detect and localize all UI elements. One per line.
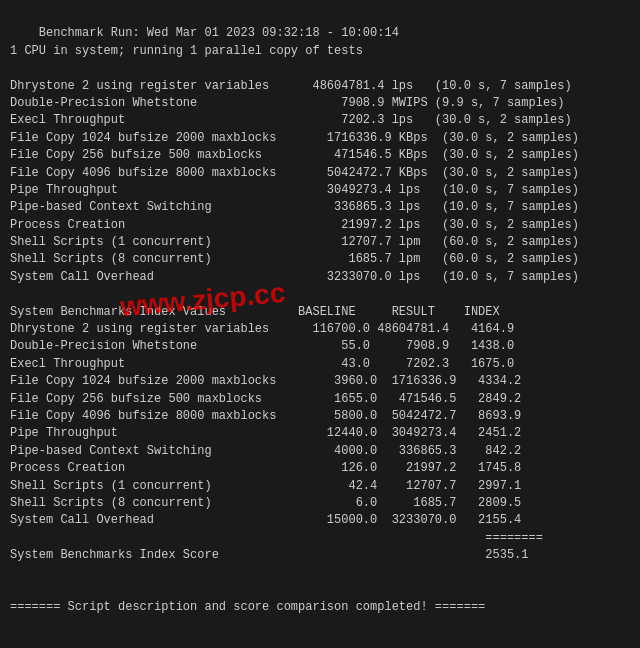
index-row-6: Pipe Throughput 12440.0 3049273.4 2451.2 xyxy=(10,426,521,440)
bench-row-5: File Copy 4096 bufsize 8000 maxblocks 50… xyxy=(10,166,579,180)
header-line2: 1 CPU in system; running 1 parallel copy… xyxy=(10,44,363,58)
bench-row-3: File Copy 1024 bufsize 2000 maxblocks 17… xyxy=(10,131,579,145)
bench-row-6: Pipe Throughput 3049273.4 lps (10.0 s, 7… xyxy=(10,183,579,197)
bench-row-7: Pipe-based Context Switching 336865.3 lp… xyxy=(10,200,579,214)
separator-line: ======== xyxy=(485,531,543,545)
header-line1: Benchmark Run: Wed Mar 01 2023 09:32:18 … xyxy=(39,26,399,40)
bench-row-10: Shell Scripts (8 concurrent) 1685.7 lpm … xyxy=(10,252,579,266)
bench-row-1: Double-Precision Whetstone 7908.9 MWIPS … xyxy=(10,96,565,110)
index-row-2: Execl Throughput 43.0 7202.3 1675.0 xyxy=(10,357,514,371)
index-row-8: Process Creation 126.0 21997.2 1745.8 xyxy=(10,461,521,475)
bench-row-9: Shell Scripts (1 concurrent) 12707.7 lpm… xyxy=(10,235,579,249)
index-row-9: Shell Scripts (1 concurrent) 42.4 12707.… xyxy=(10,479,521,493)
terminal-content: Benchmark Run: Wed Mar 01 2023 09:32:18 … xyxy=(10,8,630,634)
bench-row-4: File Copy 256 bufsize 500 maxblocks 4715… xyxy=(10,148,579,162)
terminal-window: www.zjcp.cc Benchmark Run: Wed Mar 01 20… xyxy=(10,8,630,634)
index-row-11: System Call Overhead 15000.0 3233070.0 2… xyxy=(10,513,521,527)
bench-row-0: Dhrystone 2 using register variables 486… xyxy=(10,79,572,93)
index-row-10: Shell Scripts (8 concurrent) 6.0 1685.7 … xyxy=(10,496,521,510)
index-row-0: Dhrystone 2 using register variables 116… xyxy=(10,322,514,336)
bench-row-2: Execl Throughput 7202.3 lps (30.0 s, 2 s… xyxy=(10,113,572,127)
bench-row-8: Process Creation 21997.2 lps (30.0 s, 2 … xyxy=(10,218,579,232)
score-line: System Benchmarks Index Score 2535.1 xyxy=(10,548,529,562)
index-row-1: Double-Precision Whetstone 55.0 7908.9 1… xyxy=(10,339,514,353)
index-row-7: Pipe-based Context Switching 4000.0 3368… xyxy=(10,444,521,458)
index-header: System Benchmarks Index Values BASELINE … xyxy=(10,305,500,319)
index-row-4: File Copy 256 bufsize 500 maxblocks 1655… xyxy=(10,392,521,406)
index-row-5: File Copy 4096 bufsize 8000 maxblocks 58… xyxy=(10,409,521,423)
index-row-3: File Copy 1024 bufsize 2000 maxblocks 39… xyxy=(10,374,521,388)
bench-row-11: System Call Overhead 3233070.0 lps (10.0… xyxy=(10,270,579,284)
footer-line: ======= Script description and score com… xyxy=(10,600,485,614)
